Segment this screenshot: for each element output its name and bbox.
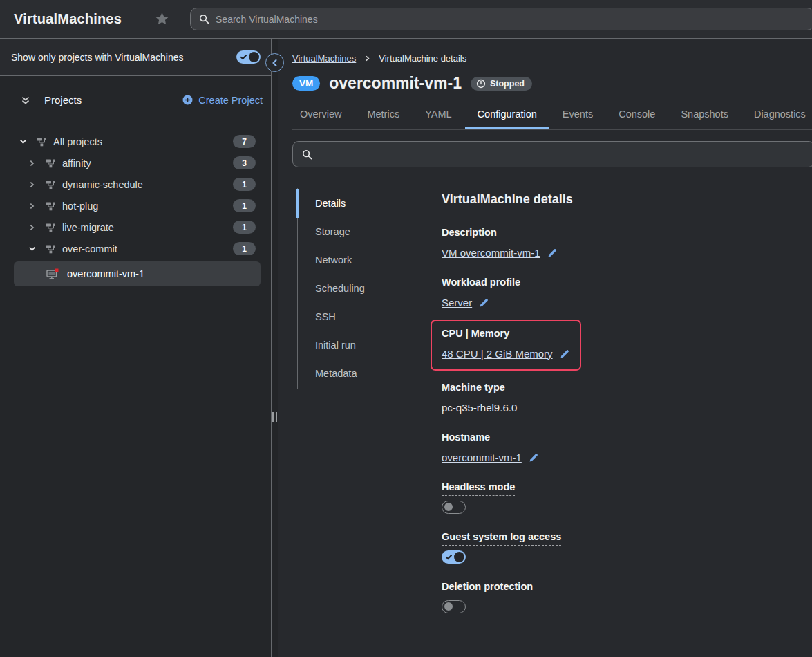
panel-resize-divider[interactable] [271, 39, 278, 657]
config-nav-storage[interactable]: Storage [296, 218, 442, 246]
sidebar-collapse-button[interactable] [265, 53, 284, 72]
config-nav-metadata[interactable]: Metadata [296, 360, 442, 388]
chevron-down-icon[interactable] [27, 244, 37, 253]
breadcrumb-current: VirtualMachine details [379, 53, 466, 64]
pencil-edit-icon[interactable] [547, 248, 558, 258]
chevron-right-icon[interactable] [27, 181, 37, 189]
description-edit-link[interactable]: VM overcommit-vm-1 [442, 247, 540, 259]
config-nav-details[interactable]: Details [296, 189, 442, 218]
vm-filter-label: Show only projects with VirtualMachines [11, 52, 184, 63]
tab-console[interactable]: Console [619, 109, 655, 129]
headless-mode-toggle[interactable] [442, 501, 466, 514]
tree-item-over-commit[interactable]: over-commit 1 [0, 238, 271, 259]
tab-events[interactable]: Events [563, 109, 593, 129]
config-nav-initial-run[interactable]: Initial run [296, 331, 442, 360]
tree-item-label: hot-plug [62, 201, 98, 212]
tree-item-affinity[interactable]: affinity 3 [0, 152, 271, 174]
collapse-all-button[interactable] [21, 95, 30, 105]
pencil-edit-icon[interactable] [560, 349, 570, 359]
global-search-input[interactable] [216, 14, 805, 25]
chevron-right-icon[interactable] [27, 159, 37, 167]
field-cpu-memory: CPU | Memory 48 CPU | 2 GiB Memory [442, 328, 570, 360]
guest-system-log-toggle[interactable] [442, 550, 466, 564]
search-icon [302, 149, 312, 160]
vm-tabs: Overview Metrics YAML Configuration Even… [292, 109, 812, 130]
tree-item-live-migrate[interactable]: live-migrate 1 [0, 216, 271, 238]
tab-overview[interactable]: Overview [300, 109, 341, 129]
power-off-icon [476, 79, 486, 89]
hostname-edit-link[interactable]: overcommit-vm-1 [442, 452, 522, 463]
field-label: Hostname [442, 432, 581, 443]
field-label: CPU | Memory [442, 328, 509, 342]
checkmark-icon [240, 54, 247, 60]
deletion-protection-toggle[interactable] [442, 600, 466, 613]
projects-header: Projects Create Project [0, 76, 271, 110]
projects-title: Projects [44, 94, 82, 106]
vm-filter-toggle[interactable] [236, 50, 261, 64]
project-icon [46, 180, 55, 189]
config-nav-ssh[interactable]: SSH [296, 303, 442, 331]
breadcrumb-chevron-icon [363, 55, 371, 62]
details-panel: VirtualMachine details Description VM ov… [442, 188, 581, 657]
config-nav-scheduling[interactable]: Scheduling [296, 275, 442, 303]
field-label: Guest system log access [442, 531, 561, 546]
toggle-knob [454, 552, 464, 562]
breadcrumb-virtualmachines-link[interactable]: VirtualMachines [292, 53, 356, 64]
tab-snapshots[interactable]: Snapshots [681, 109, 728, 129]
tree-item-hot-plug[interactable]: hot-plug 1 [0, 195, 271, 216]
field-description: Description VM overcommit-vm-1 [442, 227, 581, 259]
project-icon [46, 244, 55, 254]
search-icon [199, 14, 209, 24]
field-label: Deletion protection [442, 581, 533, 595]
workload-profile-edit-link[interactable]: Server [442, 297, 472, 308]
project-icon [46, 223, 55, 232]
tree-item-label: over-commit [62, 243, 117, 255]
field-guest-system-log-access: Guest system log access [442, 531, 581, 564]
field-workload-profile: Workload profile Server [442, 277, 581, 309]
vm-count-badge: 1 [233, 178, 256, 191]
vm-status-label: Stopped [490, 79, 525, 89]
field-machine-type: Machine type pc-q35-rhel9.6.0 [442, 382, 581, 414]
divider-grip-handle[interactable] [272, 412, 277, 422]
project-icon [46, 201, 55, 211]
project-icon [37, 137, 46, 147]
tab-yaml[interactable]: YAML [425, 109, 451, 129]
vm-count-badge: 1 [233, 242, 256, 255]
create-project-button[interactable]: Create Project [182, 95, 263, 106]
tab-diagnostics[interactable]: Diagnostics [754, 109, 806, 129]
configuration-area: Details Storage Network Scheduling SSH I… [292, 188, 812, 657]
tab-metrics[interactable]: Metrics [367, 109, 399, 129]
cpu-memory-highlight-box: CPU | Memory 48 CPU | 2 GiB Memory [431, 320, 581, 371]
double-chevron-down-icon [21, 95, 30, 105]
configuration-search-input[interactable] [319, 149, 805, 160]
config-nav-network[interactable]: Network [296, 246, 442, 275]
page-title: overcommit-vm-1 [329, 74, 462, 93]
vm-count-badge: 1 [233, 199, 256, 212]
top-header: VirtualMachines [0, 0, 812, 39]
pencil-edit-icon[interactable] [529, 452, 539, 463]
field-label: Machine type [442, 382, 505, 396]
field-label: Workload profile [442, 277, 581, 288]
cpu-memory-edit-link[interactable]: 48 CPU | 2 GiB Memory [442, 348, 553, 360]
star-icon [155, 12, 169, 26]
favorite-star-button[interactable] [155, 12, 169, 26]
configuration-search [292, 141, 812, 167]
global-search [190, 8, 812, 30]
chevron-down-icon[interactable] [18, 137, 28, 146]
plus-circle-icon [182, 95, 193, 105]
chevron-right-icon[interactable] [27, 223, 37, 232]
tab-configuration[interactable]: Configuration [465, 109, 549, 129]
configuration-nav: Details Storage Network Scheduling SSH I… [297, 188, 442, 389]
field-label: Headless mode [442, 481, 515, 496]
title-row: VM overcommit-vm-1 Stopped [292, 74, 812, 93]
machine-type-value: pc-q35-rhel9.6.0 [442, 402, 517, 414]
tree-item-all-projects[interactable]: All projects 7 [0, 131, 271, 152]
tree-item-overcommit-vm-1-selected[interactable]: overcommit-vm-1 [14, 261, 261, 286]
tree-item-dynamic-schedule[interactable]: dynamic-schedule 1 [0, 174, 271, 195]
pencil-edit-icon[interactable] [479, 297, 489, 308]
field-hostname: Hostname overcommit-vm-1 [442, 432, 581, 464]
toggle-knob [444, 602, 453, 611]
vm-kind-badge: VM [292, 76, 320, 91]
chevron-right-icon[interactable] [27, 202, 37, 210]
create-project-label: Create Project [198, 95, 263, 106]
